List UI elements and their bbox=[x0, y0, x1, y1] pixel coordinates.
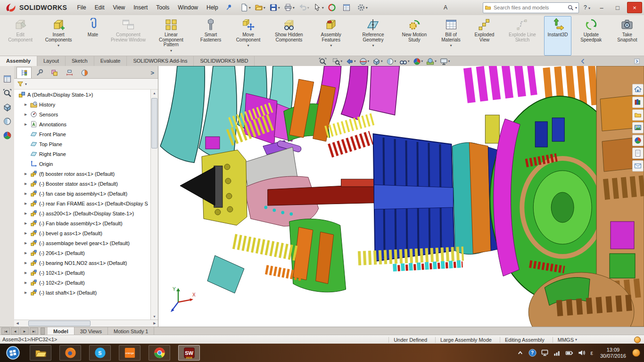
select-icon[interactable]: ▾ bbox=[312, 2, 325, 13]
section-view-icon[interactable]: ▾ bbox=[359, 58, 370, 66]
tree-item[interactable]: ▶ (-) bearing NO1,NO2 ass<1> (Default) bbox=[14, 258, 151, 268]
ribbon-button[interactable]: Linear Component Pattern ▾ bbox=[150, 16, 192, 56]
featuremanager-tab-icon[interactable] bbox=[17, 67, 32, 78]
expand-arrow-icon[interactable]: ▶ bbox=[25, 212, 30, 215]
apply-scene-icon[interactable]: ▾ bbox=[426, 58, 437, 66]
expand-arrow-icon[interactable]: ▶ bbox=[25, 251, 30, 255]
zoom-area-icon[interactable]: ▾ bbox=[332, 58, 343, 66]
menu-item[interactable]: Edit bbox=[91, 2, 109, 13]
tree-item[interactable]: ▶ (-) 102<2> (Default) bbox=[14, 278, 151, 288]
units-caret-icon[interactable]: ▾ bbox=[575, 337, 577, 342]
close-button[interactable]: × bbox=[627, 2, 642, 13]
tree-item[interactable]: ▶ Right Plane bbox=[14, 149, 151, 159]
chrome-button[interactable] bbox=[149, 345, 170, 361]
filter-funnel-icon[interactable] bbox=[17, 81, 24, 87]
command-tab[interactable]: Evaluate bbox=[94, 56, 127, 66]
command-tab[interactable]: Layout bbox=[37, 56, 66, 66]
tree-item[interactable]: ▶ (-) Booster stator ass<1> (Default) bbox=[14, 179, 151, 189]
hidden-icons-chevron[interactable] bbox=[516, 349, 524, 357]
ribbon-button[interactable]: Move Component ▾ bbox=[229, 16, 267, 56]
tab-scroll-first-icon[interactable]: |◀ bbox=[1, 328, 10, 335]
expand-arrow-icon[interactable]: ▶ bbox=[25, 291, 30, 295]
file-explorer-button[interactable] bbox=[30, 345, 51, 361]
tree-item[interactable]: ▶ (-) last shaft<1> (Default) bbox=[14, 288, 151, 297]
tree-item[interactable]: ▶ (-) fan case big assembly<1> (Default) bbox=[14, 189, 151, 198]
orange-app-button[interactable]: orange bbox=[119, 345, 140, 361]
ribbon-button[interactable]: New Motion Study ▾ bbox=[395, 16, 434, 56]
options-icon[interactable]: ▾ bbox=[356, 2, 369, 13]
configurationmanager-tab-icon[interactable] bbox=[47, 67, 62, 78]
solidworks-button[interactable]: SW 2016 bbox=[178, 345, 200, 361]
expand-arrow-icon[interactable]: ▶ bbox=[25, 222, 30, 225]
view-palette-icon[interactable] bbox=[632, 122, 644, 133]
tree-vertical-scrollbar[interactable]: ▲ ▼ bbox=[150, 90, 158, 320]
zoom-fit-icon[interactable]: ▾ bbox=[319, 58, 329, 66]
displaymanager-tab-icon[interactable] bbox=[77, 67, 92, 78]
expand-arrow-icon[interactable]: ▶ bbox=[25, 103, 30, 107]
ribbon-button[interactable]: Assembly Features ▾ bbox=[311, 16, 352, 56]
undo-icon[interactable]: ▾ bbox=[297, 2, 310, 13]
solidworks-resources-icon[interactable] bbox=[632, 84, 644, 95]
command-tab[interactable]: Sketch bbox=[66, 56, 94, 66]
command-tab[interactable]: Assembly bbox=[0, 56, 37, 66]
expand-arrow-icon[interactable]: ▶ bbox=[25, 182, 30, 186]
start-button[interactable] bbox=[4, 346, 22, 360]
previous-view-icon[interactable]: ▾ bbox=[346, 58, 356, 66]
view-orientation-icon[interactable]: ▾ bbox=[372, 58, 383, 66]
ribbon-button[interactable]: Show Hidden Components ▾ bbox=[268, 16, 310, 56]
dimxpertmanager-tab-icon[interactable] bbox=[62, 67, 77, 78]
view-settings-icon[interactable]: ▾ bbox=[440, 58, 450, 66]
dock-display-icon[interactable] bbox=[3, 117, 12, 126]
menu-item[interactable]: Window bbox=[173, 2, 202, 13]
help-tray-icon[interactable]: ? bbox=[528, 349, 537, 357]
tab-splitter-handle[interactable] bbox=[41, 328, 45, 335]
open-icon[interactable]: ▾ bbox=[254, 2, 266, 13]
file-properties-icon[interactable]: ▾ bbox=[341, 2, 354, 13]
scroll-down-icon[interactable]: ▼ bbox=[151, 313, 158, 320]
tree-item[interactable]: ▶ (-) 206<1> (Default) bbox=[14, 248, 151, 258]
dock-zoom-icon[interactable] bbox=[3, 89, 12, 98]
maximize-button[interactable]: □ bbox=[611, 2, 624, 13]
search-input[interactable] bbox=[493, 4, 566, 11]
tree-item[interactable]: ▶ (-) Fan blade assembly<1> (Default) bbox=[14, 218, 151, 228]
expand-arrow-icon[interactable]: ▶ bbox=[25, 281, 30, 285]
collapse-ribbon-icon[interactable] bbox=[579, 57, 587, 66]
solidworks-forum-icon[interactable] bbox=[632, 160, 644, 172]
search-caret-icon[interactable]: ▾ bbox=[575, 6, 577, 10]
rebuild-icon[interactable]: ▾ bbox=[327, 2, 339, 13]
tree-item[interactable]: ▶ (-) ass200<1> (Default<Display State-1… bbox=[14, 208, 151, 218]
tree-item[interactable]: ▶ (-) bevel g ass<1> (Default) bbox=[14, 228, 151, 238]
expand-arrow-icon[interactable]: ▶ bbox=[25, 192, 30, 196]
tree-item[interactable]: ▶ Front Plane bbox=[14, 129, 151, 139]
tab-scroll-next-icon[interactable]: ▶ bbox=[20, 328, 29, 335]
dock-cube-icon[interactable] bbox=[3, 103, 12, 112]
search-scope-folder-icon[interactable] bbox=[485, 4, 491, 11]
scroll-up-icon[interactable]: ▲ bbox=[151, 90, 158, 96]
new-document-icon[interactable]: ▾ bbox=[239, 2, 252, 13]
ribbon-button[interactable]: Take Snapshot ▾ bbox=[611, 16, 644, 56]
ribbon-button[interactable]: Instant3D ▾ bbox=[544, 16, 571, 56]
tree-horizontal-scrollbar[interactable]: ◀ ▶ bbox=[14, 320, 158, 327]
battery-tray-icon[interactable] bbox=[565, 349, 573, 357]
help-button[interactable]: ? ▾ bbox=[582, 3, 592, 12]
tab-scroll-last-icon[interactable]: ▶| bbox=[30, 328, 38, 335]
tree-item[interactable]: ▶ (-) rear Fan FRAME ass<1> (Default<Dis… bbox=[14, 198, 151, 208]
expand-arrow-icon[interactable]: ▶ bbox=[25, 241, 30, 245]
tree-root-item[interactable]: A (Default<Display State-1>) bbox=[14, 90, 151, 99]
command-tab[interactable]: SOLIDWORKS Add-Ins bbox=[127, 56, 194, 66]
expand-arrow-icon[interactable]: ▶ bbox=[25, 231, 30, 235]
tree-item[interactable]: ▶ Sensors bbox=[14, 109, 151, 119]
expand-arrow-icon[interactable]: ▶ bbox=[25, 202, 30, 206]
dock-document-icon[interactable] bbox=[3, 74, 12, 83]
edit-appearance-icon[interactable]: ▾ bbox=[413, 58, 423, 66]
menu-item[interactable]: View bbox=[108, 2, 129, 13]
network-tray-icon[interactable] bbox=[553, 349, 561, 357]
expand-arrow-icon[interactable]: ▶ bbox=[25, 123, 30, 126]
taskbar-clock[interactable]: 13:09 30/07/2016 bbox=[598, 347, 628, 359]
appearances-scenes-icon[interactable] bbox=[632, 135, 644, 146]
scrollbar-thumb[interactable] bbox=[151, 98, 157, 148]
tree-item[interactable]: ▶ Annotations bbox=[14, 119, 151, 129]
scroll-right-icon[interactable]: ▶ bbox=[151, 320, 158, 327]
menu-item[interactable]: File bbox=[73, 2, 90, 13]
tab-scroll-prev-icon[interactable]: ◀ bbox=[11, 328, 19, 335]
